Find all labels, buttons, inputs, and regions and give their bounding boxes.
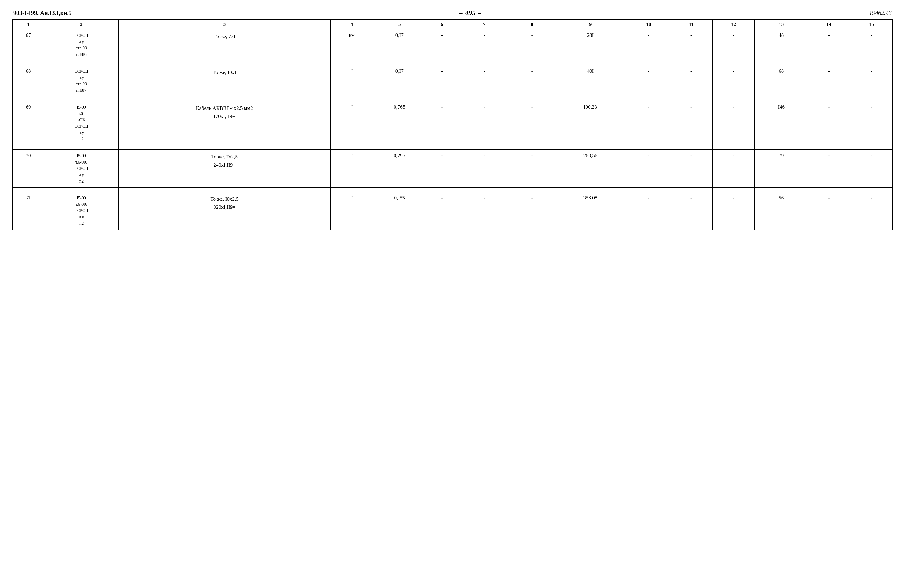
row-col-13: 79 xyxy=(755,149,808,188)
row-col-14: - xyxy=(808,149,850,188)
row-col-5: 0,295 xyxy=(373,149,426,188)
row-col-12: - xyxy=(712,192,755,230)
table-row: 69I5-09 т.6- -0I6 ССРСЦ ч.у т.2Кабель АК… xyxy=(13,101,892,145)
row-col-13: I46 xyxy=(755,101,808,145)
row-unit: " xyxy=(330,101,373,145)
row-reference: I5-09 т.6-0I6 ССРСЦ ч.у т.2 xyxy=(44,149,118,188)
row-col-7: - xyxy=(458,192,511,230)
col-header-4: 4 xyxy=(330,20,373,29)
row-col-10: - xyxy=(627,65,670,97)
header-right: 19462.43 xyxy=(869,10,892,17)
col-header-10: 10 xyxy=(627,20,670,29)
row-col-12: - xyxy=(712,29,755,61)
row-col-11: - xyxy=(670,149,713,188)
row-col-14: - xyxy=(808,192,850,230)
col-header-15: 15 xyxy=(850,20,892,29)
row-col-15: - xyxy=(850,29,892,61)
column-headers: 1 2 3 4 5 6 7 8 9 10 11 12 13 14 15 xyxy=(13,20,892,29)
row-number: 70 xyxy=(13,149,44,188)
col-header-12: 12 xyxy=(712,20,755,29)
header-left: 903-I-I99. Ан.I3.I,кн.5 xyxy=(13,10,71,17)
row-reference: ССРСЦ ч.у стр.93 п.I8I7 xyxy=(44,65,118,97)
col-header-5: 5 xyxy=(373,20,426,29)
row-col-15: - xyxy=(850,101,892,145)
col-header-6: 6 xyxy=(426,20,457,29)
row-unit: " xyxy=(330,149,373,188)
row-col-6: - xyxy=(426,29,457,61)
row-col-11: - xyxy=(670,29,713,61)
table-row: 67ССРСЦ ч.у стр.93 п.I8I6То же, 7хIкм0,I… xyxy=(13,29,892,61)
row-col-10: - xyxy=(627,149,670,188)
row-col-8: - xyxy=(511,65,553,97)
row-col-15: - xyxy=(850,192,892,230)
col-header-2: 2 xyxy=(44,20,118,29)
table-row: 70I5-09 т.6-0I6 ССРСЦ ч.у т.2То же, 7х2,… xyxy=(13,149,892,188)
col-header-13: 13 xyxy=(755,20,808,29)
table-row: 7II5-09 т.6-0I6 ССРСЦ ч.у т.2То же, I0х2… xyxy=(13,192,892,230)
main-table: 1 2 3 4 5 6 7 8 9 10 11 12 13 14 15 67СС… xyxy=(12,19,893,230)
row-col-11: - xyxy=(670,192,713,230)
row-col-11: - xyxy=(670,65,713,97)
row-number: 69 xyxy=(13,101,44,145)
row-unit: " xyxy=(330,192,373,230)
page-header: 903-I-I99. Ан.I3.I,кн.5 – 495 – 19462.43 xyxy=(12,9,893,17)
row-unit: " xyxy=(330,65,373,97)
row-col-13: 68 xyxy=(755,65,808,97)
row-description: То же, I0х2,5 320хI,II9= xyxy=(119,192,330,230)
row-reference: ССРСЦ ч.у стр.93 п.I8I6 xyxy=(44,29,118,61)
row-reference: I5-09 т.6- -0I6 ССРСЦ ч.у т.2 xyxy=(44,101,118,145)
row-col-8: - xyxy=(511,192,553,230)
row-col-6: - xyxy=(426,192,457,230)
row-number: 7I xyxy=(13,192,44,230)
col-header-3: 3 xyxy=(119,20,330,29)
row-col-9: 40I xyxy=(553,65,627,97)
row-description: То же, 7х2,5 240хI,II9= xyxy=(119,149,330,188)
col-header-1: 1 xyxy=(13,20,44,29)
col-header-14: 14 xyxy=(808,20,850,29)
col-header-11: 11 xyxy=(670,20,713,29)
table-row: 68ССРСЦ ч.у стр.93 п.I8I7То же, I0хI"0,I… xyxy=(13,65,892,97)
row-col-7: - xyxy=(458,65,511,97)
row-col-9: I90,23 xyxy=(553,101,627,145)
row-description: Кабель АКВВГ-4х2,5 мм2 I70хI,II9= xyxy=(119,101,330,145)
row-col-9: 28I xyxy=(553,29,627,61)
row-col-5: 0,765 xyxy=(373,101,426,145)
row-col-7: - xyxy=(458,101,511,145)
row-col-5: 0,I7 xyxy=(373,29,426,61)
row-number: 67 xyxy=(13,29,44,61)
row-number: 68 xyxy=(13,65,44,97)
row-col-11: - xyxy=(670,101,713,145)
row-col-12: - xyxy=(712,149,755,188)
spacer-row xyxy=(13,188,892,192)
row-col-8: - xyxy=(511,149,553,188)
row-col-10: - xyxy=(627,29,670,61)
row-reference: I5-09 т.6-0I6 ССРСЦ ч.у т.2 xyxy=(44,192,118,230)
row-col-6: - xyxy=(426,101,457,145)
row-col-10: - xyxy=(627,101,670,145)
row-col-12: - xyxy=(712,101,755,145)
row-col-5: 0,I55 xyxy=(373,192,426,230)
row-col-13: 48 xyxy=(755,29,808,61)
row-unit: км xyxy=(330,29,373,61)
row-col-12: - xyxy=(712,65,755,97)
row-col-14: - xyxy=(808,65,850,97)
row-col-5: 0,I7 xyxy=(373,65,426,97)
row-col-8: - xyxy=(511,29,553,61)
row-description: То же, I0хI xyxy=(119,65,330,97)
row-col-7: - xyxy=(458,29,511,61)
col-header-7: 7 xyxy=(458,20,511,29)
row-col-15: - xyxy=(850,65,892,97)
row-col-7: - xyxy=(458,149,511,188)
row-col-14: - xyxy=(808,101,850,145)
header-center: – 495 – xyxy=(459,9,481,17)
row-col-6: - xyxy=(426,149,457,188)
spacer-row xyxy=(13,61,892,65)
row-col-15: - xyxy=(850,149,892,188)
row-col-9: 358,08 xyxy=(553,192,627,230)
row-col-9: 268,56 xyxy=(553,149,627,188)
col-header-9: 9 xyxy=(553,20,627,29)
row-col-10: - xyxy=(627,192,670,230)
spacer-row xyxy=(13,145,892,149)
row-description: То же, 7хI xyxy=(119,29,330,61)
row-col-6: - xyxy=(426,65,457,97)
